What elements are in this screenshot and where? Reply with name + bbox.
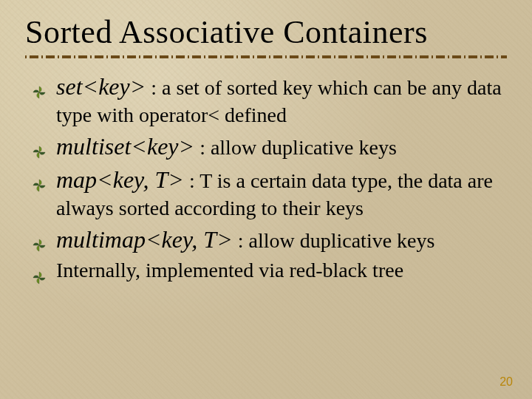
pinwheel-bullet-icon (33, 172, 46, 185)
title-divider (25, 55, 507, 58)
pinwheel-bullet-icon (33, 232, 46, 245)
code-term: map<key, T> (56, 166, 184, 193)
list-item: multiset<key> : allow duplicative keys (30, 132, 507, 162)
pinwheel-bullet-icon (33, 265, 46, 278)
slide: Sorted Associative Containers set<key> :… (0, 0, 532, 399)
pinwheel-bullet-icon (33, 139, 46, 152)
list-item: Internally, implemented via red-black tr… (30, 257, 507, 284)
code-term: multiset<key> (56, 133, 194, 160)
list-item: map<key, T> : T is a certain data type, … (30, 165, 507, 222)
page-number: 20 (499, 375, 513, 389)
code-term: set<key> (56, 73, 146, 100)
bullet-text: Internally, implemented via red-black tr… (56, 259, 403, 282)
bullet-text: : allow duplicative keys (194, 136, 397, 159)
slide-title: Sorted Associative Containers (25, 13, 507, 51)
code-term: multimap<key, T> (56, 226, 233, 253)
bullet-text: : allow duplicative keys (233, 229, 435, 252)
list-item: multimap<key, T> : allow duplicative key… (30, 225, 507, 255)
list-item: set<key> : a set of sorted key which can… (30, 72, 507, 129)
bullet-list: set<key> : a set of sorted key which can… (25, 72, 507, 284)
pinwheel-bullet-icon (33, 79, 46, 92)
